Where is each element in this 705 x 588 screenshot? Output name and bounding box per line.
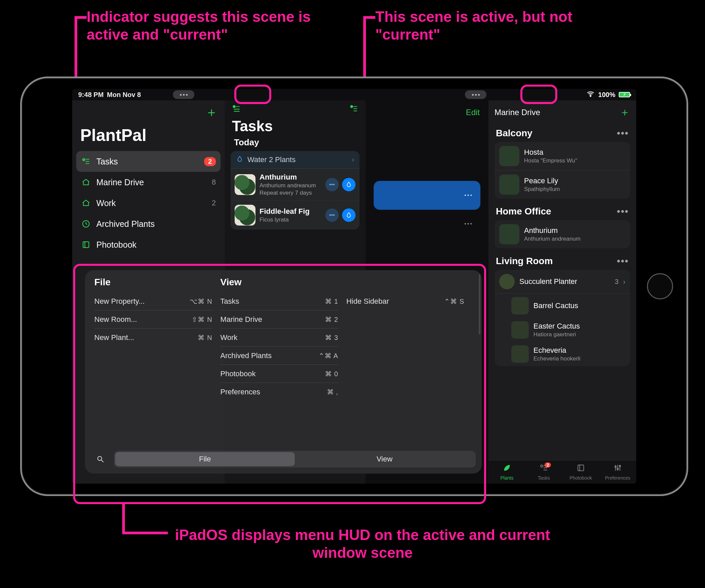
hud-menu-item[interactable]: New Room... ⇧⌘ N [94, 310, 212, 329]
room-name: Home Office [496, 206, 551, 217]
segment-file[interactable]: File [115, 452, 295, 466]
segment-view[interactable]: View [295, 452, 474, 466]
plant-row[interactable]: Barrel Cactus [495, 294, 630, 318]
add-button[interactable]: ＋ [205, 104, 218, 121]
plant-row[interactable]: Easter Cactus Hatiora gaertneri [495, 318, 630, 342]
hud-section-title: View [220, 277, 338, 288]
plant-row[interactable]: Peace Lily Spathiphyllum [495, 170, 630, 199]
water-drop-icon [236, 155, 243, 164]
room-balcony: Balcony ••• Hosta Hosta "Empress Wu" [488, 122, 636, 200]
room-name: Balcony [496, 128, 532, 139]
hud-menu-item[interactable]: Preferences ⌘ , [220, 383, 338, 401]
book-icon [81, 240, 91, 249]
task-row[interactable]: Fiddle-leaf Fig Ficus lyrata ••• [231, 200, 360, 230]
hud-segmented-control[interactable]: File View [114, 451, 476, 468]
plant-sci: Echeveria hookerli [533, 355, 580, 362]
annotation-top-left: Indicator suggests this scene is active … [87, 8, 342, 44]
sidebar-item-archived[interactable]: Archived Plants [76, 213, 221, 234]
hud-menu-item[interactable]: Photobook ⌘ 0 [220, 365, 338, 383]
home-button[interactable] [647, 273, 673, 299]
sidebar-item-photobook[interactable]: Photobook [76, 234, 221, 255]
sort-checklist-icon[interactable] [349, 104, 358, 114]
chevron-right-icon: › [352, 156, 354, 163]
plant-row[interactable]: Echeveria Echeveria hookerli [495, 342, 630, 366]
plant-group-row[interactable]: Succulent Planter 3 › [495, 270, 630, 294]
task-water-button[interactable] [342, 178, 356, 191]
sidebar-item-label: Work [96, 198, 206, 208]
keyboard-shortcut-hud: File New Property... ⌥⌘ N New Room... ⇧⌘… [85, 270, 482, 474]
task-repeat: Repeat every 7 days [260, 190, 321, 196]
hud-item-shortcut: ⌘ 2 [325, 315, 338, 324]
hud-item-shortcut: ⌃⌘ A [319, 352, 338, 360]
plant-sci: Spathiphyllum [524, 186, 560, 193]
detail-card[interactable]: ••• [374, 181, 480, 210]
home-icon [81, 178, 91, 187]
task-row[interactable]: Anthurium Anthurium andreanum Repeat eve… [231, 168, 360, 200]
edit-button[interactable]: Edit [466, 108, 480, 117]
hud-item-label: Hide Sidebar [346, 297, 389, 306]
multitasking-indicator-right[interactable] [465, 90, 486, 99]
hud-menu-item[interactable]: New Plant... ⌘ N [94, 329, 212, 347]
task-water-button[interactable] [342, 208, 356, 222]
scroll-indicator[interactable] [479, 274, 480, 335]
hud-menu-item[interactable]: New Property... ⌥⌘ N [94, 292, 212, 310]
annotation-box-left [234, 85, 271, 104]
plant-sci: Hosta "Empress Wu" [524, 157, 577, 164]
plant-name: Anthurium [524, 226, 580, 235]
chevron-right-icon: › [623, 278, 625, 286]
leaf-icon [503, 463, 511, 475]
tab-photobook[interactable]: Photobook [562, 460, 599, 484]
task-group-label: Water 2 Plants [247, 155, 352, 164]
hud-item-label: Archived Plants [220, 351, 272, 360]
hud-menu-item[interactable]: Work ⌘ 3 [220, 329, 338, 347]
clock-icon [81, 219, 91, 228]
room-more-button[interactable]: ••• [617, 206, 629, 217]
room-more-button[interactable]: ••• [617, 128, 629, 139]
sidebar-item-marine-drive[interactable]: Marine Drive 8 [76, 172, 221, 193]
multitasking-indicator-left[interactable] [173, 90, 194, 99]
hud-search-button[interactable] [91, 451, 110, 468]
plant-thumbnail [499, 175, 519, 195]
hud-section-title: File [94, 277, 212, 288]
task-group-header[interactable]: Water 2 Plants › [231, 151, 360, 168]
hud-item-label: Work [220, 333, 237, 342]
hud-item-label: Tasks [220, 297, 239, 306]
hud-menu-item[interactable]: Archived Plants ⌃⌘ A [220, 347, 338, 365]
hud-menu-item[interactable]: Marine Drive ⌘ 2 [220, 310, 338, 329]
tab-tasks[interactable]: 2 Tasks [525, 460, 562, 484]
task-group: Water 2 Plants › Anthurium Anthurium and… [231, 151, 360, 230]
group-name: Succulent Planter [519, 277, 610, 286]
plant-thumbnail [235, 174, 255, 195]
tab-label: Plants [501, 475, 514, 481]
tab-label: Photobook [570, 475, 592, 481]
room-more-button[interactable]: ••• [617, 256, 629, 266]
task-more-button[interactable]: ••• [325, 178, 339, 191]
hud-menu-item[interactable]: Tasks ⌘ 1 [220, 292, 338, 310]
task-more-button[interactable]: ••• [325, 208, 339, 222]
plant-thumbnail [511, 297, 529, 314]
filter-checklist-icon[interactable] [232, 104, 241, 114]
tab-preferences[interactable]: Preferences [599, 460, 636, 484]
plant-row[interactable]: Hosta Hosta "Empress Wu" [495, 142, 630, 170]
plant-sci: Hatiora gaertneri [533, 331, 580, 338]
right-pane: Marine Drive ＋ Balcony ••• [488, 100, 636, 484]
detail-more[interactable]: ••• [374, 214, 480, 233]
sidebar-item-work[interactable]: Work 2 [76, 193, 221, 213]
hud-menu-item[interactable]: Hide Sidebar ⌃⌘ S [346, 292, 464, 310]
add-plant-button[interactable]: ＋ [619, 105, 630, 120]
status-date: Mon Nov 8 [107, 91, 141, 99]
task-plant-name: Fiddle-leaf Fig [260, 207, 321, 216]
tab-badge: 2 [545, 462, 551, 468]
room-living-room: Living Room ••• Succulent Planter 3 › [488, 250, 636, 368]
book-icon [576, 463, 585, 475]
svg-point-26 [617, 468, 618, 470]
plant-row[interactable]: Anthurium Anthurium andreanum [495, 220, 630, 248]
tab-plants[interactable]: Plants [488, 460, 525, 484]
plant-name: Peace Lily [524, 177, 560, 185]
sidebar-item-count: 2 [212, 199, 216, 207]
hud-item-shortcut: ⌘ 0 [325, 370, 338, 378]
checklist-icon [81, 157, 91, 166]
annotation-box-right [520, 85, 557, 104]
sidebar-item-tasks[interactable]: Tasks 2 [76, 151, 221, 172]
home-icon [81, 199, 91, 207]
